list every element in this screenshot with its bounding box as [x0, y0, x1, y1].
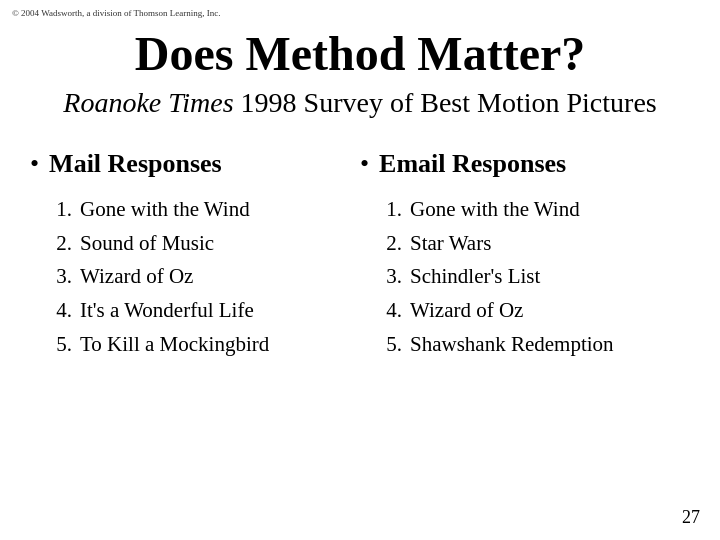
item-number: 3. — [50, 260, 72, 294]
item-number: 1. — [50, 193, 72, 227]
item-number: 3. — [380, 260, 402, 294]
email-bullet: • — [360, 151, 369, 177]
item-text: Gone with the Wind — [410, 193, 580, 227]
list-item: 5. To Kill a Mockingbird — [50, 328, 360, 362]
item-text: Schindler's List — [410, 260, 540, 294]
mail-header: • Mail Responses — [30, 149, 360, 179]
mail-header-text: Mail Responses — [49, 149, 222, 179]
item-number: 1. — [380, 193, 402, 227]
list-item: 2. Sound of Music — [50, 227, 360, 261]
subtitle-normal: 1998 Survey of Best Motion Pictures — [234, 87, 657, 118]
item-text: Sound of Music — [80, 227, 214, 261]
subtitle: Roanoke Times 1998 Survey of Best Motion… — [63, 85, 656, 121]
mail-list: 1. Gone with the Wind 2. Sound of Music … — [30, 193, 360, 361]
item-text: Wizard of Oz — [80, 260, 193, 294]
list-item: 1. Gone with the Wind — [380, 193, 690, 227]
item-number: 5. — [380, 328, 402, 362]
item-number: 5. — [50, 328, 72, 362]
item-number: 2. — [50, 227, 72, 261]
main-content: Does Method Matter? Roanoke Times 1998 S… — [0, 0, 720, 361]
item-text: Star Wars — [410, 227, 491, 261]
mail-responses-section: • Mail Responses 1. Gone with the Wind 2… — [30, 149, 360, 361]
list-item: 3. Wizard of Oz — [50, 260, 360, 294]
item-text: Wizard of Oz — [410, 294, 523, 328]
list-item: 4. Wizard of Oz — [380, 294, 690, 328]
lists-container: • Mail Responses 1. Gone with the Wind 2… — [0, 149, 720, 361]
item-text: It's a Wonderful Life — [80, 294, 254, 328]
email-header-text: Email Responses — [379, 149, 566, 179]
list-item: 4. It's a Wonderful Life — [50, 294, 360, 328]
item-number: 4. — [50, 294, 72, 328]
subtitle-italic: Roanoke Times — [63, 87, 233, 118]
main-title: Does Method Matter? — [135, 28, 586, 81]
page-number: 27 — [682, 507, 700, 528]
item-number: 4. — [380, 294, 402, 328]
list-item: 5. Shawshank Redemption — [380, 328, 690, 362]
item-text: To Kill a Mockingbird — [80, 328, 269, 362]
list-item: 1. Gone with the Wind — [50, 193, 360, 227]
email-list: 1. Gone with the Wind 2. Star Wars 3. Sc… — [360, 193, 690, 361]
email-header: • Email Responses — [360, 149, 690, 179]
item-text: Gone with the Wind — [80, 193, 250, 227]
copyright-text: © 2004 Wadsworth, a division of Thomson … — [12, 8, 221, 18]
list-item: 3. Schindler's List — [380, 260, 690, 294]
mail-bullet: • — [30, 151, 39, 177]
email-responses-section: • Email Responses 1. Gone with the Wind … — [360, 149, 690, 361]
list-item: 2. Star Wars — [380, 227, 690, 261]
item-text: Shawshank Redemption — [410, 328, 614, 362]
item-number: 2. — [380, 227, 402, 261]
